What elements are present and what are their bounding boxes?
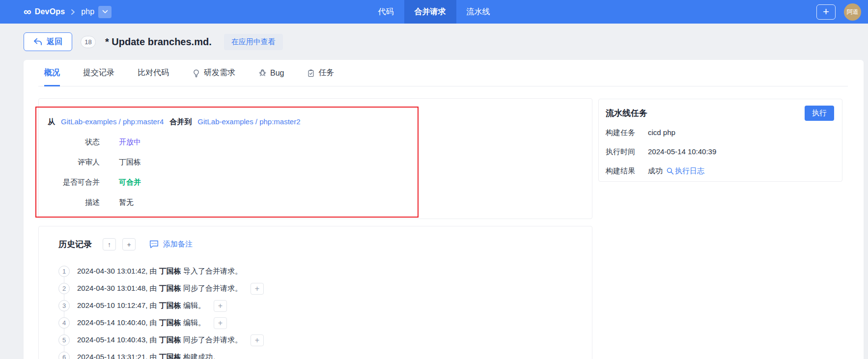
history-item-user: 丁国栋 [159,318,181,327]
tab-tasks[interactable]: 任务 [307,60,334,86]
history-item-action: 构建成功。 [181,353,220,359]
target-branch-link[interactable]: GitLab-examples / php:master2 [197,116,300,127]
history-item-time: 2024-05-14 10:40:40, 由 [77,318,159,327]
devops-logo[interactable]: ∞ DevOps [24,6,65,17]
status-value: 开放中 [119,137,141,147]
history-item-user: 丁国栋 [159,301,181,309]
history-item-4: 4 2024-05-14 10:40:40, 由 丁国栋 编辑。 + [58,314,592,331]
history-item-action: 编辑。 [181,301,205,309]
breadcrumb-chevron-right-icon [71,9,75,15]
history-item-expand-button[interactable]: + [214,300,227,312]
nav-tab-pipelines[interactable]: 流水线 [456,0,501,24]
description-value: 暂无 [119,197,134,208]
history-item-action: 编辑。 [181,318,205,327]
reviewer-value: 丁国栋 [119,157,141,167]
run-time-value: 2024-05-14 10:40:39 [648,146,716,157]
history-item-expand-button[interactable]: + [214,317,227,329]
add-button[interactable]: + [816,4,836,20]
tab-overview[interactable]: 概况 [44,60,60,86]
history-item-action: 导入了合并请求。 [181,267,242,275]
avatar[interactable]: 阿道 [844,3,861,21]
history-item-number: 3 [58,300,70,311]
content-panel: 概况 提交记录 比对代码 研发需求 Bug 任务 [24,60,864,359]
history-item-time: 2024-04-30 13:01:42, 由 [77,267,159,275]
run-pipeline-button[interactable]: 执行 [805,106,834,121]
mr-id-badge: 18 [81,36,96,48]
top-navbar: ∞ DevOps php 代码 合并请求 流水线 + 阿道 [0,0,868,24]
nav-tab-merge-requests[interactable]: 合并请求 [404,0,456,24]
history-item-expand-button[interactable]: + [251,334,264,346]
history-item-number: 5 [58,334,70,346]
tab-requirements[interactable]: 研发需求 [192,60,235,86]
collapse-button[interactable]: ↑ [103,238,116,250]
history-item-expand-button[interactable]: + [251,283,264,295]
breadcrumb-project[interactable]: php [81,7,94,16]
source-branch-link[interactable]: GitLab-examples / php:master4 [61,116,164,127]
tab-bug-label: Bug [270,69,284,78]
run-time-label: 执行时间 [606,146,648,157]
tab-bug[interactable]: Bug [258,60,284,86]
navbar-breadcrumb: ∞ DevOps php [24,6,112,18]
history-item-time: 2024-05-10 10:12:47, 由 [77,301,159,309]
history-item-user: 丁国栋 [159,267,181,275]
from-label: 从 [48,116,55,127]
merge-info-card: 从 GitLab-examples / php:master4 合并到 GitL… [38,98,592,219]
history-item-user: 丁国栋 [159,335,181,344]
page: ∞ DevOps php 代码 合并请求 流水线 + 阿道 [0,0,868,359]
nav-tab-code[interactable]: 代码 [368,0,404,24]
chevron-down-icon [102,10,108,14]
reply-arrow-icon [33,38,42,46]
history-item-3: 3 2024-05-10 10:12:47, 由 丁国栋 编辑。 + [58,297,592,314]
lightbulb-icon [192,69,200,78]
build-result-value: 成功 [648,166,663,176]
comment-icon [149,240,159,249]
history-item-6: 6 2024-05-14 13:31:21, 由 丁国栋 构建成功。 [58,349,592,359]
pipeline-card: 流水线任务 执行 构建任务 cicd php 执行时间 2024-05-14 1… [598,99,842,182]
pipeline-title: 流水线任务 [606,108,647,119]
history-item-1: 1 2024-04-30 13:01:42, 由 丁国栋 导入了合并请求。 [58,263,592,280]
tab-requirements-label: 研发需求 [204,68,235,78]
devops-logo-label: DevOps [35,7,65,16]
merge-to-label: 合并到 [169,116,192,127]
clipboard-check-icon [307,69,315,78]
bug-icon [258,69,267,77]
history-item-action: 同步了合并请求。 [181,284,242,292]
status-label: 状态 [39,137,100,147]
history-item-5: 5 2024-05-14 10:40:43, 由 丁国栋 同步了合并请求。 + [58,331,592,349]
add-note-label: 添加备注 [163,240,193,249]
run-log-link[interactable]: 执行日志 [666,166,704,176]
page-title: * Update branches.md. [105,36,212,48]
history-item-number: 1 [58,266,70,277]
history-item-time: 2024-04-30 13:01:48, 由 [77,284,159,292]
build-task-label: 构建任务 [606,127,648,138]
history-list: 1 2024-04-30 13:01:42, 由 丁国栋 导入了合并请求。 2 … [58,263,592,359]
back-button-label: 返回 [47,37,62,47]
expand-button[interactable]: + [122,238,136,250]
navbar-tabs: 代码 合并请求 流水线 [368,0,501,24]
tab-compare-code[interactable]: 比对代码 [138,60,169,86]
mergeable-label: 是否可合并 [39,177,100,188]
mergeable-value: 可合并 [119,177,141,188]
magnifier-icon [666,167,674,175]
page-header: 返回 18 * Update branches.md. 在应用中查看 [0,24,868,60]
build-task-value: cicd php [648,127,675,138]
infinity-icon: ∞ [24,6,31,17]
add-note-button[interactable]: 添加备注 [149,240,193,249]
tab-tasks-label: 任务 [318,68,334,78]
history-item-number: 6 [58,352,70,359]
navbar-right: + 阿道 [816,3,861,21]
view-in-app-button[interactable]: 在应用中查看 [224,34,283,50]
detail-tabs: 概况 提交记录 比对代码 研发需求 Bug 任务 [38,60,848,86]
history-item-action: 同步了合并请求。 [181,335,242,344]
history-item-number: 2 [58,283,70,294]
history-item-user: 丁国栋 [159,353,181,359]
project-dropdown-button[interactable] [98,6,112,18]
history-item-2: 2 2024-04-30 13:01:48, 由 丁国栋 同步了合并请求。 + [58,280,592,297]
tab-commits[interactable]: 提交记录 [83,60,114,86]
reviewer-label: 评审人 [39,157,100,167]
description-label: 描述 [39,197,100,208]
back-button[interactable]: 返回 [24,32,72,51]
history-item-user: 丁国栋 [159,284,181,292]
run-log-label: 执行日志 [675,166,704,176]
history-item-time: 2024-05-14 13:31:21, 由 [77,353,159,359]
